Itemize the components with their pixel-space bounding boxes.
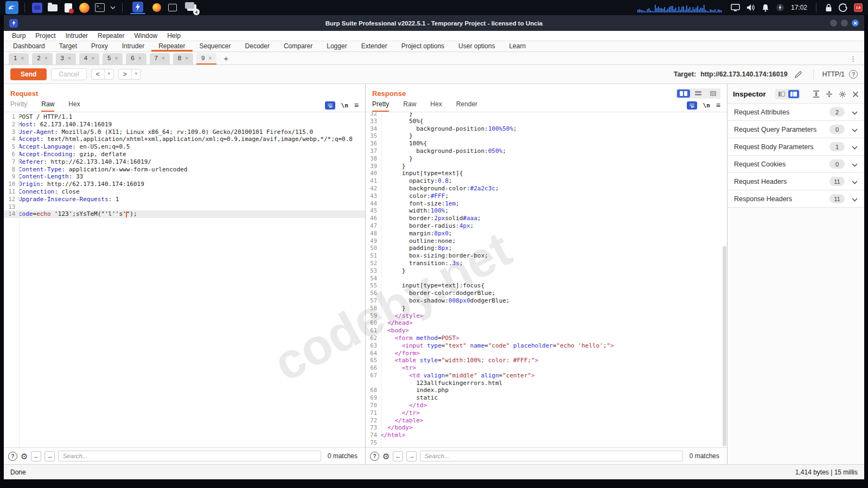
code-line[interactable]: 46 border:2pxsolid#aaa; <box>366 215 727 222</box>
tab-intruder[interactable]: Intruder <box>115 41 151 52</box>
code-line[interactable]: 45 width:100%; <box>366 207 727 215</box>
keyboard-indicator-badge[interactable]: 1.6 <box>854 3 863 12</box>
code-line[interactable]: 3User-Agent: Mozilla/5.0 (X11; Linux x86… <box>4 129 365 136</box>
tab-decoder[interactable]: Decoder <box>238 41 277 52</box>
add-tab-button[interactable]: + <box>218 54 234 65</box>
chevron-down-icon[interactable] <box>852 125 858 134</box>
help-icon[interactable]: ? <box>849 70 858 79</box>
menu-item-repeater[interactable]: Repeater <box>93 32 129 40</box>
code-line[interactable]: 10Origin: http://62.173.140.174:16019 <box>4 181 365 188</box>
volume-icon[interactable] <box>746 4 755 11</box>
code-line[interactable]: 66 <tr> <box>366 364 727 372</box>
cancel-button[interactable]: Cancel <box>51 68 86 80</box>
code-line[interactable]: 34 background-position:100%50%; <box>366 125 727 133</box>
tab-repeater[interactable]: Repeater <box>151 41 192 52</box>
inspector-close-icon[interactable] <box>852 91 859 98</box>
editor-tab-render[interactable]: Render <box>456 100 477 112</box>
code-line[interactable]: 54 <box>366 275 727 282</box>
tab-comparer[interactable]: Comparer <box>277 41 320 52</box>
close-tab-icon[interactable]: × <box>44 55 48 61</box>
taskbar-terminal-window[interactable] <box>167 2 178 14</box>
taskbar-burp-window[interactable] <box>129 2 147 14</box>
chevron-down-icon[interactable] <box>110 5 116 10</box>
repeater-tab-2[interactable]: 2× <box>32 53 52 65</box>
code-line[interactable]: 58 } <box>366 305 727 312</box>
code-line[interactable]: 51 box-sizing:border-box; <box>366 252 727 260</box>
menu-item-help[interactable]: Help <box>162 32 186 40</box>
repeater-tab-4[interactable]: 4× <box>79 53 99 65</box>
tab-proxy[interactable]: Proxy <box>84 41 115 52</box>
code-line[interactable]: 52 transition:.3s; <box>366 260 727 267</box>
repeater-tab-6[interactable]: 6× <box>126 53 146 65</box>
newline-toggle-icon[interactable]: \n <box>341 102 348 109</box>
repeater-tab-8[interactable]: 8× <box>173 53 193 65</box>
repeater-tab-7[interactable]: 7× <box>150 53 170 65</box>
search-prev-icon[interactable]: ← <box>31 451 41 461</box>
power-manager-icon[interactable] <box>776 3 784 12</box>
code-line[interactable]: 6Accept-Encoding: gzip, deflate <box>4 151 365 158</box>
notifications-bell-icon[interactable] <box>762 4 769 12</box>
search-prev-icon[interactable]: ← <box>393 451 403 461</box>
menu-item-intruder[interactable]: Intruder <box>61 32 93 40</box>
response-scrollbar[interactable] <box>723 246 726 446</box>
editor-tab-hex[interactable]: Hex <box>68 100 80 112</box>
close-tab-icon[interactable]: × <box>185 55 188 61</box>
tab-sequencer[interactable]: Sequencer <box>193 41 238 52</box>
response-search-input[interactable] <box>420 451 682 461</box>
code-line[interactable]: 49 outline:none; <box>366 237 727 245</box>
tab-target[interactable]: Target <box>52 41 84 52</box>
search-settings-gear-icon[interactable]: ⚙ <box>382 452 390 460</box>
word-wrap-icon[interactable] <box>325 101 335 110</box>
single-layout-button[interactable] <box>706 89 719 98</box>
workspace-switcher[interactable]: 4 <box>186 2 197 14</box>
code-line[interactable]: 40 input[type=text]{ <box>366 170 727 177</box>
editor-menu-icon[interactable]: ≡ <box>716 101 720 110</box>
close-tab-icon[interactable]: × <box>162 55 165 61</box>
close-tab-icon[interactable]: × <box>91 55 94 61</box>
code-line[interactable]: 12Upgrade-Insecure-Requests: 1 <box>4 196 365 203</box>
code-line[interactable]: 75 <box>366 439 727 447</box>
code-line[interactable]: 63 <input type="text" name="code" placeh… <box>366 342 727 350</box>
newline-toggle-icon[interactable]: \n <box>703 102 710 109</box>
collapse-all-icon[interactable] <box>826 91 833 98</box>
code-line[interactable]: 53 } <box>366 267 727 275</box>
code-line[interactable]: 36 100%{ <box>366 140 727 147</box>
code-line[interactable]: 55 input[type=text]:focus{ <box>366 282 727 290</box>
search-next-icon[interactable]: → <box>406 451 417 461</box>
firefox-app-icon[interactable] <box>78 2 90 14</box>
inspector-section-request-query-parameters[interactable]: Request Query Parameters0 <box>727 121 864 138</box>
menu-item-project[interactable]: Project <box>30 32 60 40</box>
inspector-section-request-body-parameters[interactable]: Request Body Parameters1 <box>727 138 864 156</box>
tab-extender[interactable]: Extender <box>354 41 394 52</box>
inspector-section-request-cookies[interactable]: Request Cookies0 <box>727 156 864 173</box>
maximize-button[interactable] <box>841 20 848 27</box>
request-search-input[interactable] <box>58 451 321 461</box>
code-line[interactable]: 59 </style> <box>366 312 727 320</box>
code-line[interactable]: 68 index.php <box>366 387 727 394</box>
send-button[interactable]: Send <box>10 68 47 80</box>
search-settings-gear-icon[interactable]: ⚙ <box>21 452 28 460</box>
code-line[interactable]: 50 padding:8px; <box>366 245 727 252</box>
tab-logger[interactable]: Logger <box>320 41 354 52</box>
terminal-app-icon[interactable]: >_ <box>94 2 106 14</box>
clock[interactable]: 17:02 <box>791 4 807 11</box>
code-line[interactable]: 44 font-size:1em; <box>366 200 727 208</box>
close-tab-icon[interactable]: × <box>138 55 142 61</box>
menu-item-window[interactable]: Window <box>129 32 162 40</box>
editor-tab-raw[interactable]: Raw <box>403 100 416 112</box>
code-line[interactable]: 123allfuckingerrors.html <box>366 380 727 387</box>
expand-all-icon[interactable] <box>813 91 820 98</box>
code-line[interactable]: 8Content-Type: application/x-www-form-ur… <box>4 166 365 174</box>
document-app-icon[interactable] <box>62 2 74 14</box>
close-tab-icon[interactable]: × <box>21 55 24 61</box>
code-line[interactable]: 42 background-color:#2a2c3c; <box>366 185 727 192</box>
code-line[interactable]: 9Content-Length: 33 <box>4 173 365 181</box>
inspector-section-response-headers[interactable]: Response Headers11 <box>727 190 864 208</box>
code-line[interactable]: 39 } <box>366 163 727 170</box>
code-line[interactable]: 61 <body> <box>366 327 727 335</box>
tab-user-options[interactable]: User options <box>451 41 502 52</box>
minimize-button[interactable] <box>830 20 837 27</box>
code-line[interactable]: 70 </td> <box>366 402 727 409</box>
close-tab-icon[interactable]: × <box>208 55 212 61</box>
word-wrap-icon[interactable] <box>687 101 697 110</box>
